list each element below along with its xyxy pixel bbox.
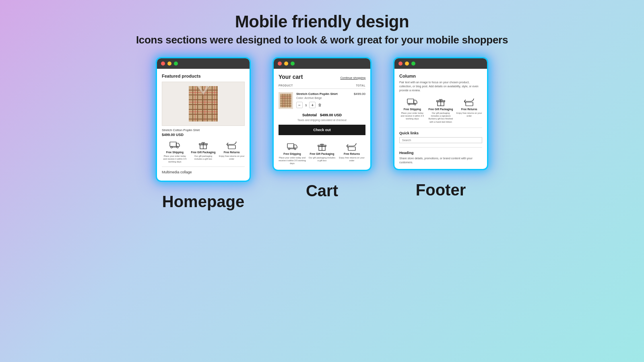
- hp-icons-row: Free Shipping Place your order today and…: [162, 140, 245, 163]
- cart-item-variant: Color: Archive Beige: [296, 97, 351, 99]
- quick-links-title: Quick links: [399, 131, 482, 135]
- hp-shipping-title: Free Shipping: [166, 151, 184, 154]
- multimedia-label: Multimedia collage: [162, 167, 245, 176]
- cart-shipping-desc: Place your order today and receive it wi…: [279, 156, 306, 165]
- cart-icons-row: Free Shipping Place your order today and…: [279, 142, 365, 165]
- tax-note: Taxes and shipping calculated at checkou…: [279, 119, 365, 121]
- footer-icon-gift: Free Gift Packaging Our gift packaging i…: [428, 97, 454, 123]
- trash-icon[interactable]: 🗑: [318, 103, 322, 107]
- svg-point-45: [408, 103, 410, 105]
- footer-content: Column Pair text with an image to focus …: [394, 69, 487, 169]
- cart-item-info: Stretch Cotton Poplin Shirt Color: Archi…: [296, 92, 351, 108]
- hp-gift-desc: Our gift packaging includes a gift box: [190, 155, 217, 160]
- returns-icon: [226, 140, 237, 150]
- dot-green: [174, 62, 178, 66]
- cart-item-thumb: [279, 92, 293, 109]
- cart-frame: Your cart Continue shopping PRODUCT TOTA…: [274, 58, 370, 170]
- checkout-button[interactable]: Check out: [279, 125, 365, 135]
- cart-content: Your cart Continue shopping PRODUCT TOTA…: [274, 69, 370, 170]
- homepage-label: Homepage: [162, 193, 245, 211]
- cart-qty-row: − 1 + 🗑: [296, 102, 351, 108]
- svg-point-22: [177, 146, 178, 148]
- footer-gift-title: Free Gift Packaging: [428, 108, 453, 111]
- product-image: [162, 82, 245, 126]
- homepage-wrapper: Featured products: [157, 58, 250, 211]
- footer-titlebar: [394, 58, 487, 69]
- svg-rect-20: [170, 142, 176, 146]
- cart-label: Cart: [306, 182, 338, 200]
- svg-rect-43: [348, 147, 355, 150]
- svg-rect-25: [228, 145, 235, 149]
- hp-returns-title: Free Returns: [224, 151, 240, 154]
- hp-shipping-desc: Place your order today and receive it wi…: [162, 155, 188, 163]
- cart-icon-shipping: Free Shipping Place your order today and…: [279, 142, 306, 165]
- cart-shipping-icon: [287, 142, 298, 151]
- footer-returns-icon: [464, 97, 475, 107]
- footer-heading-label: Heading: [399, 151, 482, 155]
- gift-icon: [198, 140, 209, 150]
- footer-shipping-title: Free Shipping: [404, 108, 421, 111]
- footer-divider-1: [399, 128, 482, 128]
- footer-wrapper: Column Pair text with an image to focus …: [394, 58, 487, 199]
- cart-title: Your cart: [279, 74, 303, 80]
- col-product: PRODUCT: [279, 84, 293, 87]
- qty-value: 1: [305, 103, 307, 107]
- subtotal-value: $499.00 USD: [320, 113, 342, 117]
- subtotal-label: Subtotal: [302, 113, 317, 117]
- cart-shipping-title: Free Shipping: [283, 152, 301, 156]
- footer-dot-red: [398, 62, 402, 66]
- homepage-frame: Featured products: [157, 58, 250, 181]
- svg-rect-38: [287, 144, 294, 148]
- footer-column-desc: Pair text with an image to focus on your…: [399, 80, 482, 92]
- hp-returns-desc: Enjoy free returns on your order: [219, 155, 245, 160]
- cart-icon-returns: Free Returns Enjoy free returns on your …: [338, 142, 365, 165]
- hp-product-name: Stretch Cotton Poplin Shirt: [162, 128, 245, 132]
- homepage-content: Featured products: [157, 69, 250, 181]
- footer-icon-shipping: Free Shipping Place your order today and…: [399, 97, 425, 123]
- homepage-titlebar: [157, 58, 250, 69]
- cart-item-price: $499.00: [354, 92, 365, 96]
- svg-point-40: [294, 148, 296, 150]
- shipping-icon: [169, 140, 180, 150]
- cart-dot-green: [291, 62, 295, 66]
- footer-gift-icon: [435, 97, 446, 107]
- dot-yellow: [167, 62, 171, 66]
- footer-column-title: Column: [399, 74, 482, 78]
- footer-dot-yellow: [405, 62, 409, 66]
- main-title: Mobile friendly design: [0, 12, 644, 31]
- cart-item: Stretch Cotton Poplin Shirt Color: Archi…: [279, 92, 365, 109]
- cart-col-headers: PRODUCT TOTAL: [279, 84, 365, 89]
- featured-title: Featured products: [162, 74, 245, 78]
- cart-gift-title: Free Gift Packaging: [310, 152, 334, 156]
- cart-item-name: Stretch Cotton Poplin Shirt: [296, 92, 351, 96]
- cart-dot-red: [278, 62, 282, 66]
- footer-dot-green: [411, 62, 415, 66]
- hp-product-price: $499.00 USD: [162, 133, 245, 137]
- sub-title: Icons sections were designed to look & w…: [0, 34, 644, 46]
- qty-decrease[interactable]: −: [296, 102, 303, 108]
- col-total: TOTAL: [356, 84, 365, 87]
- footer-gift-desc: Our gift packaging includes a signature …: [428, 112, 454, 123]
- hp-icon-shipping: Free Shipping Place your order today and…: [162, 140, 188, 163]
- footer-shipping-icon: [407, 97, 418, 107]
- cart-returns-desc: Enjoy free returns on your order: [338, 156, 365, 162]
- cart-gift-desc: Our gift packaging includes a gift box: [308, 156, 336, 162]
- cart-returns-icon: [346, 142, 357, 151]
- dot-red: [161, 62, 165, 66]
- cart-gift-icon: [316, 142, 328, 151]
- shirt-svg: [189, 86, 218, 121]
- cart-returns-title: Free Returns: [344, 152, 360, 156]
- footer-shipping-desc: Place your order today and receive it wi…: [399, 112, 425, 120]
- footer-search[interactable]: [399, 137, 482, 143]
- footer-returns-desc: Enjoy free returns on your order: [456, 112, 482, 117]
- page-header: Mobile friendly design Icons sections we…: [0, 0, 644, 54]
- cart-subtotal-row: Subtotal $499.00 USD: [279, 113, 365, 117]
- cart-continue[interactable]: Continue shopping: [340, 76, 365, 80]
- qty-increase[interactable]: +: [309, 102, 316, 108]
- svg-rect-49: [466, 102, 473, 106]
- footer-frame: Column Pair text with an image to focus …: [394, 58, 487, 169]
- footer-icon-returns: Free Returns Enjoy free returns on your …: [456, 97, 482, 123]
- hp-icon-gift: Free Gift Packaging Our gift packaging i…: [190, 140, 217, 163]
- cart-header-row: Your cart Continue shopping: [279, 74, 365, 80]
- svg-rect-44: [407, 99, 414, 103]
